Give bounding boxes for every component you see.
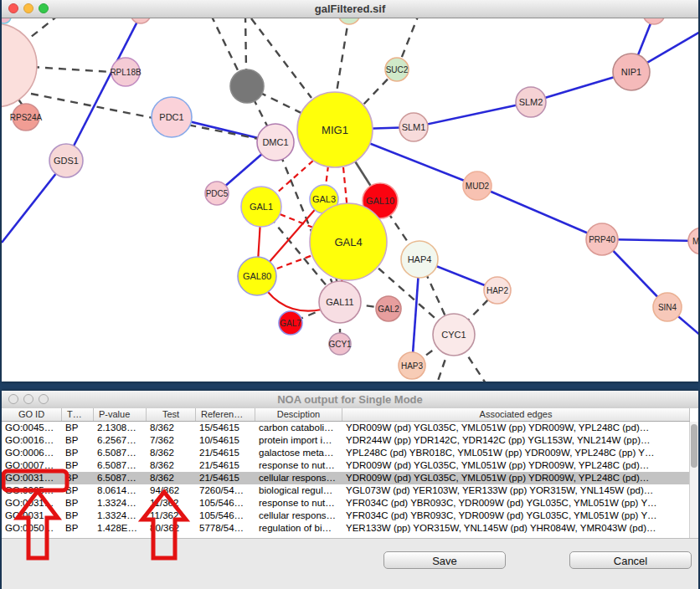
network-titlebar[interactable]: galFiltered.sif: [2, 0, 698, 18]
node-green-top[interactable]: [338, 18, 360, 24]
table-cell: 21/54615: [196, 472, 255, 484]
table-cell: 2.1308…: [94, 422, 147, 434]
table-row[interactable]: GO:0031…BP1.3324…11/362105/546…cellular …: [2, 510, 690, 522]
table-row[interactable]: GO:0006…BP6.5087…8/36221/54615galactose …: [2, 447, 690, 459]
table-header[interactable]: GO IDT…P-valueTestReferen…DesciptionAsso…: [2, 408, 690, 422]
node-HAP3[interactable]: [399, 352, 425, 379]
node-GAL2[interactable]: [376, 296, 401, 321]
table-cell: 6.5087…: [94, 447, 147, 459]
table-cell: GO:0007…: [2, 459, 62, 472]
table-cell: BP: [62, 422, 94, 434]
node-corner[interactable]: [2, 18, 11, 23]
table-cell: 21/54615: [196, 447, 255, 459]
table-cell: BP: [62, 434, 94, 447]
table-body: GO:0045…BP2.1308…8/36215/54615carbon cat…: [2, 422, 690, 535]
table-cell: 7/362: [147, 434, 196, 447]
node-GDS1[interactable]: [49, 144, 83, 177]
node-HAP4[interactable]: [401, 241, 438, 278]
node-GAL80[interactable]: [238, 257, 276, 295]
table-cell: protein import i…: [255, 434, 342, 447]
table-cell: YDR009W (pd) YGL035C, YML051W (pp) YDR00…: [342, 459, 690, 472]
node-SIN4[interactable]: [653, 293, 682, 321]
table-cell: YDR009W (pd) YGL035C, YML051W (pp) YDR00…: [342, 472, 690, 484]
table-row[interactable]: GO:0050…BP1.428E…80/3625778/54…regulatio…: [2, 522, 690, 535]
table-cell: YER133W (pp) YOR315W, YNL145W (pd) YHR08…: [342, 522, 690, 535]
table-cell: 80/362: [147, 522, 196, 535]
table-cell: GO:0016…: [2, 434, 62, 447]
node-pink-top[interactable]: [131, 18, 151, 23]
node-MIG1[interactable]: [297, 92, 373, 167]
node-gray-node[interactable]: [230, 69, 264, 103]
scrollbar-thumb[interactable]: [691, 424, 697, 468]
table-cell: 1.3324…: [94, 497, 147, 510]
column-header-t[interactable]: T…: [62, 408, 94, 421]
node-GAL4[interactable]: [310, 203, 387, 280]
node-GAL7[interactable]: [279, 311, 302, 335]
table-cell: BP: [62, 497, 94, 510]
table-cell: regulation of bi…: [255, 522, 342, 535]
column-header-referen[interactable]: Referen…: [196, 408, 255, 421]
noa-window: NOA output for Single Mode GO IDT…P-valu…: [2, 391, 698, 589]
network-edge[interactable]: [211, 18, 239, 74]
table-row[interactable]: GO:0045…BP2.1308…8/36215/54615carbon cat…: [2, 422, 690, 434]
node-PDC5[interactable]: [205, 182, 229, 205]
node-HAP2[interactable]: [484, 277, 511, 304]
node-CYC1[interactable]: [433, 314, 475, 356]
node-pink-topright[interactable]: [643, 18, 665, 24]
node-SLM1[interactable]: [399, 113, 428, 141]
table-cell: YPL248C (pd) YBR018C, YML051W (pp) YDR00…: [342, 447, 690, 459]
network-edge[interactable]: [414, 102, 531, 127]
table-cell: 1.428E…: [94, 522, 147, 535]
node-RPL18B[interactable]: [111, 58, 140, 86]
table-cell: GO:0045…: [2, 422, 62, 434]
node-SLM2[interactable]: [516, 87, 546, 117]
table-cell: galactose meta…: [255, 447, 342, 459]
node-GAL1[interactable]: [241, 187, 281, 227]
network-edge[interactable]: [337, 18, 349, 92]
column-header-goid[interactable]: GO ID: [2, 408, 62, 421]
vertical-scrollbar[interactable]: [689, 422, 698, 538]
node-MSN[interactable]: [688, 228, 698, 254]
node-DMC1[interactable]: [257, 124, 294, 161]
table-cell: BP: [62, 447, 94, 459]
network-window-title: galFiltered.sif: [2, 3, 698, 15]
table-cell: biological regul…: [255, 484, 342, 497]
column-header-associatededges[interactable]: Associated edges: [342, 408, 690, 421]
table-row[interactable]: GO:0016…BP6.2567…7/36210/54615protein im…: [2, 434, 690, 447]
network-canvas[interactable]: RPL18BRPS24AGDS1PDC1PDC5DMC1MIG1SUC2SLM1…: [2, 18, 698, 382]
table-cell: 10/54615: [196, 434, 255, 447]
node-MUD2[interactable]: [463, 172, 492, 200]
node-GCY1[interactable]: [329, 333, 351, 355]
column-header-test[interactable]: Test: [147, 408, 196, 421]
table-row[interactable]: GO:0007…BP6.5087…8/36221/54615response t…: [2, 459, 690, 472]
network-graph: RPL18BRPS24AGDS1PDC1PDC5DMC1MIG1SUC2SLM1…: [2, 18, 698, 382]
table-cell: YDR009W (pd) YGL035C, YML051W (pp) YDR00…: [342, 422, 690, 434]
node-SUC2[interactable]: [385, 58, 409, 81]
column-header-pvalue[interactable]: P-value: [94, 408, 147, 421]
network-edge[interactable]: [477, 186, 602, 239]
table-row[interactable]: GO:0031…BP6.5087…8/36221/54615cellular r…: [2, 472, 690, 484]
node-RPS24A[interactable]: [13, 104, 39, 131]
node-NIP1[interactable]: [613, 54, 650, 90]
noa-titlebar[interactable]: NOA output for Single Mode: [2, 391, 698, 409]
network-edge[interactable]: [32, 67, 111, 72]
table-cell: 105/546…: [196, 510, 255, 522]
cancel-button[interactable]: Cancel: [569, 551, 692, 569]
table-cell: GO:0031…: [2, 472, 62, 484]
table-row[interactable]: GO:0065…BP8.0614…94/3627260/54…biologica…: [2, 484, 690, 497]
table-cell: GO:0050…: [2, 522, 62, 535]
table-cell: 8/362: [147, 472, 196, 484]
column-header-desciption[interactable]: Desciption: [255, 408, 342, 421]
network-window: galFiltered.sif RPL18BRPS24AGDS1PDC1PDC5…: [2, 0, 698, 382]
table-cell: 6.5087…: [94, 472, 147, 484]
table-cell: BP: [62, 510, 94, 522]
node-GAL11[interactable]: [319, 281, 361, 323]
table-row[interactable]: GO:0031…BP1.3324…11/362105/546…response …: [2, 497, 690, 510]
network-edge[interactable]: [66, 18, 141, 161]
node-PDC1[interactable]: [152, 97, 192, 137]
save-button[interactable]: Save: [383, 551, 506, 569]
table-cell: GO:0031…: [2, 497, 62, 510]
network-edge[interactable]: [245, 18, 246, 69]
table-cell: carbon cataboli…: [255, 422, 342, 434]
node-PRP40[interactable]: [586, 223, 618, 255]
